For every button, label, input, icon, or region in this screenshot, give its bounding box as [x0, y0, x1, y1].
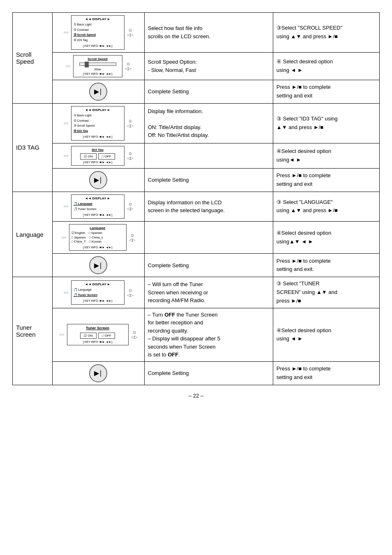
section-label-1: ID3 TAG — [13, 103, 53, 192]
image-cell-0-0: ○○◄◄ DISPLAY ►① Back Light② Contrast③ Sc… — [53, 13, 145, 53]
instruction-cell-3-1: ④Select desired optionusing ◄ ► — [273, 308, 379, 361]
instruction-cell-2-0: ③ Select "LANGUAGE"using ▲▼ and press ►/… — [273, 192, 379, 221]
play-pause-icon: ▶∣ — [89, 364, 107, 382]
instruction-cell-1-2: Press ►/■ to completesetting and exit — [273, 168, 379, 192]
image-cell-1-0: ○○◄◄ DISPLAY ►① Back Light② Contrast③ Sc… — [53, 103, 145, 143]
instruction-cell-1-1: ④Select desired optionusing◄ ► — [273, 143, 379, 168]
image-cell-2-1: ○○Language☑ English□ Spanish□ Japanes□ C… — [53, 221, 145, 253]
image-cell-0-2: ▶∣ — [53, 80, 145, 103]
description-cell-1-2: Complete Setting — [144, 168, 273, 192]
main-table: ScrollSpeed○○◄◄ DISPLAY ►① Back Light② C… — [12, 12, 380, 385]
instruction-cell-0-2: Press ►/■ to completesetting and exit — [273, 80, 379, 103]
instruction-cell-1-0: ③ Select "ID3 TAG" using▲▼ and press ►/■ — [273, 103, 379, 143]
section-label-0: ScrollSpeed — [13, 13, 53, 104]
description-cell-2-1 — [144, 221, 273, 253]
page-number: – 22 – — [12, 393, 380, 399]
description-cell-2-2: Complete Setting — [144, 254, 273, 277]
section-label-2: Language — [13, 192, 53, 277]
instruction-cell-0-0: ③Select "SCROLL SPEED"using ▲▼ and press… — [273, 13, 379, 53]
image-cell-1-2: ▶∣ — [53, 168, 145, 192]
description-cell-1-0: Display file information.ON: Title/Artis… — [144, 103, 273, 143]
description-cell-0-0: Select how fast file infoscrolls on the … — [144, 13, 273, 53]
description-cell-3-1: – Turn OFF the Tuner Screenfor better re… — [144, 308, 273, 361]
play-pause-icon: ▶∣ — [89, 83, 107, 101]
play-pause-icon: ▶∣ — [89, 256, 107, 274]
image-cell-2-0: ○○◄◄ DISPLAY ►🎵 Language🎵 Tuner Screen[ … — [53, 192, 145, 221]
image-cell-3-0: ○○◄◄ DISPLAY ►🎵 Language🎵 Tuner Screen[ … — [53, 277, 145, 308]
image-cell-0-1: ○○Scroll SpeedSlow[ KEY INFO: ■/► ◄►]⊙◁▷ — [53, 52, 145, 80]
play-pause-icon: ▶∣ — [89, 171, 107, 189]
description-cell-3-2: Complete Setting — [144, 361, 273, 385]
image-cell-3-2: ▶∣ — [53, 361, 145, 385]
description-cell-1-1 — [144, 143, 273, 168]
description-cell-2-0: Display information on the LCDscreen in … — [144, 192, 273, 221]
description-cell-0-2: Complete Setting — [144, 80, 273, 103]
section-label-3: TunerScreen — [13, 277, 53, 385]
image-cell-2-2: ▶∣ — [53, 254, 145, 277]
description-cell-3-0: – Will turn off the TunerScreen when rec… — [144, 277, 273, 308]
instruction-cell-3-0: ③ Select "TUNERSCREEN" using ▲▼ andpress… — [273, 277, 379, 308]
instruction-cell-2-2: Press ►/■ to completesetting and exit. — [273, 254, 379, 277]
page: ScrollSpeed○○◄◄ DISPLAY ►① Back Light② C… — [0, 0, 392, 555]
instruction-cell-0-1: ④ Select desired optionusing ◄ ► — [273, 52, 379, 80]
instruction-cell-2-1: ④Select desired optionusing▲▼ ◄ ► — [273, 221, 379, 253]
instruction-cell-3-2: Press ►/■ to completesetting and exit — [273, 361, 379, 385]
description-cell-0-1: Scroll Speed Option:- Slow, Normal, Fast — [144, 52, 273, 80]
image-cell-1-1: ○○ID3 TagONOFF[ KEY INFO: ■/► ◄►]⊙◁▷ — [53, 143, 145, 168]
image-cell-3-1: ○○Tuner ScreenONOFF[ KEY INFO: ■/► ◄►]⊙◁… — [53, 308, 145, 361]
